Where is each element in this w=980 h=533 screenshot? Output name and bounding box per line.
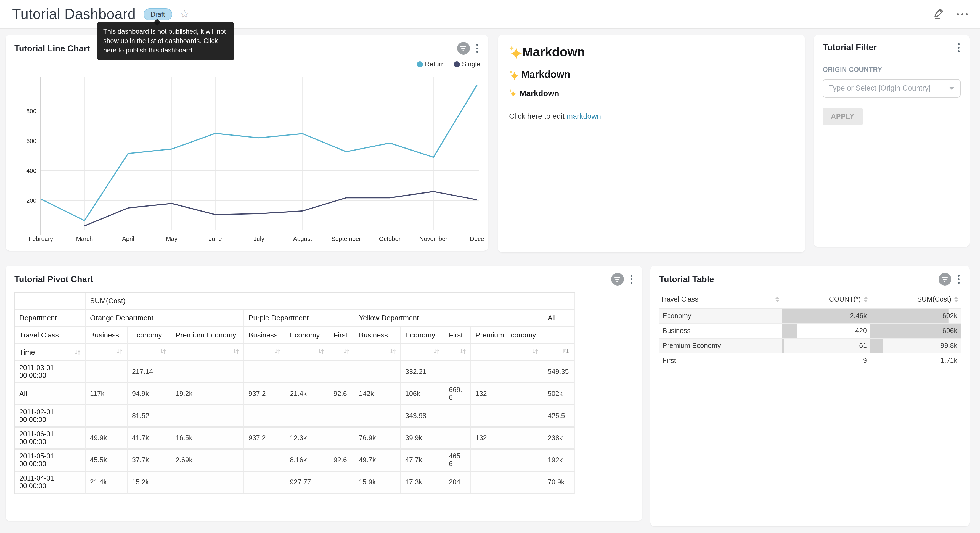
markdown-edit-link[interactable]: markdown bbox=[567, 112, 601, 120]
pivot-menu-icon[interactable] bbox=[628, 274, 635, 285]
sort-icon[interactable] bbox=[318, 348, 324, 354]
pivot-cell: 465.6 bbox=[444, 450, 471, 472]
sort-icon[interactable] bbox=[433, 348, 439, 354]
sort-icon[interactable] bbox=[274, 348, 280, 354]
svg-text:200: 200 bbox=[26, 197, 37, 204]
pivot-data-row: 2011-04-01 00:00:0021.4k15.2k927.7715.9k… bbox=[15, 472, 575, 494]
sort-icon[interactable] bbox=[160, 348, 166, 354]
pivot-cell: 332.21 bbox=[401, 361, 444, 383]
applied-filters-icon[interactable] bbox=[457, 42, 469, 55]
pivot-class-row: Travel ClassBusinessEconomyPremium Econo… bbox=[15, 327, 575, 344]
pivot-cell: 12.3k bbox=[285, 428, 329, 450]
publish-tooltip: This dashboard is not published, it will… bbox=[97, 22, 234, 60]
pivot-row-header: All bbox=[15, 383, 86, 405]
draft-badge[interactable]: Draft bbox=[143, 8, 172, 20]
svg-text:May: May bbox=[166, 235, 178, 242]
count-cell: 61 bbox=[782, 338, 870, 353]
pivot-data-row: 2011-06-01 00:00:0049.9k41.7k16.5k937.21… bbox=[15, 428, 575, 450]
pivot-cell: 8.16k bbox=[285, 450, 329, 472]
count-cell: 420 bbox=[782, 323, 870, 338]
line-chart[interactable]: 200400600800FebruaryMarchAprilMayJuneJul… bbox=[10, 71, 484, 244]
filter-menu-icon[interactable] bbox=[955, 42, 962, 53]
pivot-cell bbox=[444, 361, 471, 383]
svg-text:March: March bbox=[76, 235, 93, 242]
pivot-cell bbox=[171, 361, 244, 383]
sum-cell: 1.71k bbox=[870, 353, 961, 368]
pivot-cell bbox=[355, 405, 401, 428]
pivot-cell bbox=[285, 405, 329, 428]
pivot-cell: 17.3k bbox=[401, 472, 444, 494]
sort-desc-icon[interactable] bbox=[563, 348, 570, 354]
markdown-h3: Markdown bbox=[509, 89, 794, 98]
svg-text:600: 600 bbox=[26, 137, 37, 144]
line-chart-title: Tutorial Line Chart bbox=[14, 43, 90, 53]
more-options-icon[interactable] bbox=[957, 13, 968, 15]
pivot-cell bbox=[171, 472, 244, 494]
pivot-cell: 81.52 bbox=[127, 405, 171, 428]
applied-filters-icon[interactable] bbox=[938, 273, 951, 286]
pivot-cell bbox=[329, 428, 355, 450]
sort-icon[interactable] bbox=[75, 349, 81, 356]
table-menu-icon[interactable] bbox=[955, 274, 962, 285]
pivot-cell: 117k bbox=[86, 383, 127, 405]
pivot-cell: 70.9k bbox=[543, 472, 575, 494]
pivot-cell: 106k bbox=[401, 383, 444, 405]
sort-icon[interactable] bbox=[460, 348, 466, 354]
table-header-row: Travel ClassCOUNT(*)SUM(Cost) bbox=[659, 291, 961, 308]
pivot-cell: 94.9k bbox=[127, 383, 171, 405]
pivot-cell: 669.6 bbox=[444, 383, 471, 405]
sort-icon[interactable] bbox=[344, 348, 350, 354]
table-row: Economy2.46k602k bbox=[659, 308, 961, 323]
sort-icon[interactable] bbox=[390, 348, 396, 354]
table-row: First91.71k bbox=[659, 353, 961, 368]
pivot-cell bbox=[171, 405, 244, 428]
sort-icon[interactable] bbox=[864, 297, 868, 302]
pivot-cell: 192k bbox=[543, 450, 575, 472]
applied-filters-icon[interactable] bbox=[611, 273, 624, 286]
sort-icon[interactable] bbox=[532, 348, 538, 354]
pivot-cell bbox=[471, 405, 543, 428]
pivot-cell bbox=[244, 361, 285, 383]
pivot-cell: 21.4k bbox=[86, 472, 127, 494]
pivot-cell: 15.9k bbox=[355, 472, 401, 494]
legend-item[interactable]: Single bbox=[453, 60, 480, 68]
column-header-sum[interactable]: SUM(Cost) bbox=[870, 291, 961, 308]
count-cell: 2.46k bbox=[782, 308, 870, 323]
sort-icon[interactable] bbox=[954, 297, 958, 302]
pivot-class-header: Business bbox=[355, 327, 401, 344]
pivot-cell: 425.5 bbox=[543, 405, 575, 428]
table-row: Premium Economy6199.8k bbox=[659, 338, 961, 353]
origin-country-label: ORIGIN COUNTRY bbox=[822, 65, 961, 73]
pivot-class-header: Premium Economy bbox=[471, 327, 543, 344]
markdown-h1: Markdown bbox=[509, 45, 794, 60]
legend-dot bbox=[417, 61, 423, 67]
pivot-cell: 204 bbox=[444, 472, 471, 494]
favorite-star-icon[interactable]: ☆ bbox=[180, 9, 189, 19]
sort-icon[interactable] bbox=[116, 348, 123, 354]
pivot-row-header: 2011-03-01 00:00:00 bbox=[15, 361, 86, 383]
legend-item[interactable]: Return bbox=[417, 60, 445, 68]
pivot-cell bbox=[444, 428, 471, 450]
apply-button[interactable]: APPLY bbox=[822, 107, 863, 125]
origin-country-select[interactable]: Type or Select [Origin Country] bbox=[822, 79, 961, 97]
pivot-cell: 49.9k bbox=[86, 428, 127, 450]
pivot-table: SUM(Cost)DepartmentOrange DepartmentPurp… bbox=[14, 292, 575, 494]
filter-card: Tutorial Filter ORIGIN COUNTRY Type or S… bbox=[814, 35, 969, 247]
column-header-travel-class[interactable]: Travel Class bbox=[659, 291, 782, 308]
line-chart-card: Tutorial Line Chart ReturnSingle 2004006… bbox=[6, 35, 488, 251]
svg-text:September: September bbox=[331, 235, 361, 242]
pivot-cell bbox=[244, 472, 285, 494]
edit-pencil-icon[interactable] bbox=[933, 7, 945, 21]
column-header-count[interactable]: COUNT(*) bbox=[782, 291, 870, 308]
sort-icon[interactable] bbox=[775, 297, 780, 302]
pivot-measure-label: SUM(Cost) bbox=[86, 293, 575, 310]
pivot-group-header: Purple Department bbox=[244, 310, 355, 327]
svg-text:February: February bbox=[29, 235, 53, 242]
sort-icon[interactable] bbox=[233, 348, 239, 354]
pivot-cell bbox=[244, 405, 285, 428]
travel-class-cell: Business bbox=[659, 323, 782, 338]
line-chart-menu-icon[interactable] bbox=[474, 43, 480, 54]
pivot-cell bbox=[355, 361, 401, 383]
pivot-class-header: Economy bbox=[285, 327, 329, 344]
pivot-chart-card: Tutorial Pivot Chart SUM(Cost)Department… bbox=[6, 266, 642, 521]
